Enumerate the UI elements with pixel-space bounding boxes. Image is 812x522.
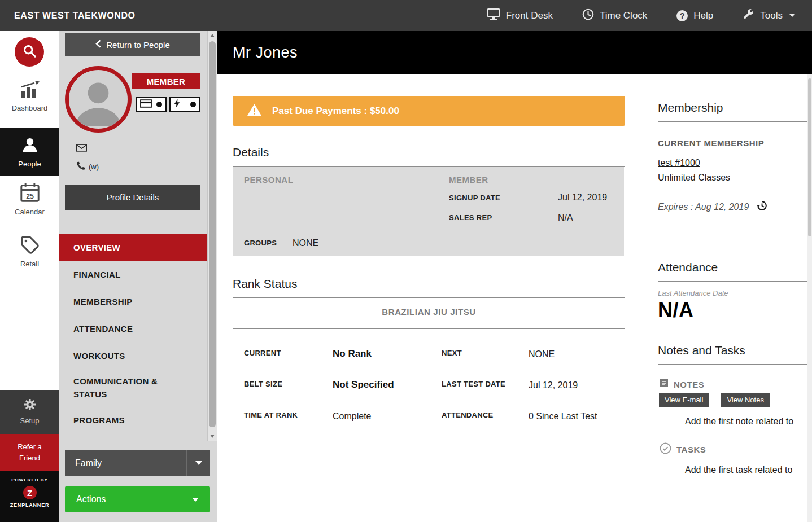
help-button[interactable]: Help: [676, 10, 713, 21]
signup-date-label: SIGNUP DATE: [449, 194, 500, 202]
details-box: PERSONAL MEMBER SIGNUP DATE Jul 12, 2019…: [233, 167, 624, 256]
belt-size-label: BELT SIZE: [244, 380, 282, 388]
family-dropdown[interactable]: Family: [65, 450, 210, 476]
groups-value: NONE: [293, 238, 318, 248]
time-clock-label: Time Clock: [600, 10, 647, 21]
scrollbar-thumb[interactable]: [209, 41, 216, 427]
sidebar-item-refer-a-friend[interactable]: Refer a Friend: [0, 434, 59, 471]
member-section-label: MEMBER: [449, 175, 488, 185]
past-due-alert-text: Past Due Payments : $50.00: [272, 106, 399, 117]
rank-attendance-value: 0 Since Last Test: [529, 411, 597, 422]
calendar-icon: 25: [20, 196, 40, 204]
profile-details-button[interactable]: Profile Details: [65, 185, 200, 210]
view-email-button[interactable]: View E-mail: [659, 393, 709, 407]
empty-task-text: Add the first task related to: [685, 465, 792, 475]
phone-icon: [76, 161, 85, 172]
sidebar-item-label: Setup: [0, 416, 59, 425]
membership-expires-text: Expires : Aug 12, 2019: [658, 202, 749, 212]
dashboard-chart-icon: [19, 92, 41, 100]
time-clock-button[interactable]: Time Clock: [582, 8, 647, 23]
divider: [658, 121, 812, 122]
last-attendance-label: Last Attendance Date: [658, 289, 728, 297]
front-desk-button[interactable]: Front Desk: [487, 8, 553, 23]
person-icon: [20, 148, 40, 156]
family-dropdown-label: Family: [65, 458, 186, 468]
current-rank-label: CURRENT: [244, 349, 281, 357]
notes-section-header: NOTES: [660, 379, 704, 390]
status-dot-icon: [190, 102, 196, 107]
notes-icon: [660, 379, 669, 390]
page-title: Mr Jones: [233, 44, 298, 62]
tag-icon: [20, 248, 40, 256]
rank-status-heading: Rank Status: [233, 277, 297, 291]
sidebar-item-people[interactable]: People: [0, 128, 59, 176]
program-title: BRAZILIAN JIU JITSU: [233, 307, 625, 317]
profile-tab-workouts[interactable]: WORKOUTS: [59, 342, 207, 369]
tools-button[interactable]: Tools: [743, 8, 795, 23]
time-at-rank-value: Complete: [333, 411, 371, 422]
actions-dropdown[interactable]: Actions: [65, 486, 210, 512]
avatar[interactable]: [65, 66, 132, 133]
sidebar-item-calendar[interactable]: 25 Calendar: [0, 182, 59, 216]
history-icon[interactable]: [757, 200, 767, 213]
person-silhouette-icon: [71, 74, 125, 129]
past-due-alert[interactable]: Past Due Payments : $50.00: [233, 96, 625, 126]
sidebar-item-dashboard[interactable]: Dashboard: [0, 81, 59, 112]
time-at-rank-label: TIME AT RANK: [244, 411, 298, 419]
sidebar-item-retail[interactable]: Retail: [0, 235, 59, 268]
sidebar-item-setup[interactable]: Setup: [0, 390, 59, 434]
tasks-label: TASKS: [676, 445, 706, 454]
sales-rep-label: SALES REP: [449, 213, 492, 222]
rank-attendance-label: ATTENDANCE: [442, 411, 494, 419]
scroll-down-icon[interactable]: [210, 435, 215, 438]
profile-tab-membership[interactable]: MEMBERSHIP: [59, 288, 207, 315]
lightning-icon: [174, 99, 180, 110]
powered-by-label: POWERED BY: [0, 477, 59, 482]
member-status-badge: MEMBER: [132, 73, 200, 89]
last-test-date-value: Jul 12, 2019: [529, 380, 578, 391]
scroll-up-icon[interactable]: [210, 34, 215, 37]
last-test-date-label: LAST TEST DATE: [442, 380, 505, 388]
profile-nav: OVERVIEW FINANCIAL MEMBERSHIP ATTENDANCE…: [59, 234, 207, 433]
view-notes-button[interactable]: View Notes: [721, 393, 770, 407]
sales-rep-value: N/A: [558, 213, 573, 223]
search-button[interactable]: [15, 37, 44, 67]
profile-tab-financial[interactable]: FINANCIAL: [59, 261, 207, 288]
clock-icon: [582, 8, 594, 23]
wrench-icon: [743, 8, 754, 23]
family-dropdown-caret[interactable]: [186, 450, 210, 476]
current-rank-value: No Rank: [333, 348, 372, 359]
main-scrollbar[interactable]: [807, 74, 812, 522]
tasks-section-header: TASKS: [660, 442, 706, 457]
work-phone: (w): [76, 161, 99, 172]
membership-link[interactable]: test #1000: [658, 158, 700, 168]
svg-text:25: 25: [26, 192, 34, 200]
profile-tab-communication-status[interactable]: COMMUNICATION & STATUS: [59, 369, 207, 406]
zenplanner-logo: Z: [23, 486, 37, 499]
notes-label: NOTES: [674, 380, 704, 389]
billing-card-badge[interactable]: [136, 97, 167, 112]
panel-scrollbar[interactable]: [207, 31, 217, 441]
profile-tab-attendance[interactable]: ATTENDANCE: [59, 315, 207, 342]
return-to-people-button[interactable]: Return to People: [65, 33, 200, 56]
search-icon: [22, 43, 37, 61]
sidebar-item-label: Calendar: [0, 208, 59, 216]
last-attendance-value: N/A: [658, 299, 694, 322]
work-phone-label: (w): [89, 163, 99, 171]
profile-tab-overview[interactable]: OVERVIEW: [59, 234, 207, 261]
divider: [233, 297, 625, 298]
current-membership-label: CURRENT MEMBERSHIP: [658, 138, 764, 148]
top-nav: Front Desk Time Clock Help Tools: [487, 8, 795, 23]
actions-label: Actions: [76, 494, 106, 505]
app-sidebar: Dashboard People 25 Calendar Retail Setu…: [0, 31, 59, 522]
credit-card-icon: [140, 99, 152, 110]
monitor-icon: [487, 8, 500, 23]
membership-heading: Membership: [658, 101, 723, 115]
help-icon: [676, 10, 688, 21]
app-brand: EAST WEST TAEKWONDO: [14, 11, 136, 21]
scrollbar-thumb[interactable]: [808, 78, 811, 236]
profile-panel: Return to People MEMBER (w) Profile Deta…: [59, 31, 217, 522]
email-icon[interactable]: [76, 144, 87, 154]
billing-auto-badge[interactable]: [169, 97, 200, 112]
profile-tab-programs[interactable]: PROGRAMS: [59, 406, 207, 433]
